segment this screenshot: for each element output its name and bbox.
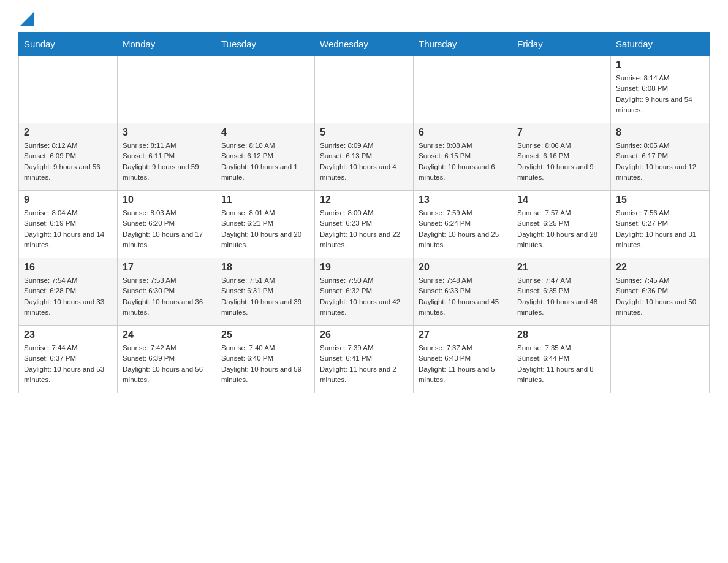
calendar-cell: 12Sunrise: 8:00 AM Sunset: 6:23 PM Dayli… bbox=[315, 191, 414, 258]
calendar-cell bbox=[512, 56, 611, 123]
day-number: 13 bbox=[419, 194, 507, 205]
calendar-body: 1Sunrise: 8:14 AM Sunset: 6:08 PM Daylig… bbox=[19, 56, 710, 393]
day-info: Sunrise: 8:05 AM Sunset: 6:17 PM Dayligh… bbox=[616, 140, 704, 183]
week-row-1: 1Sunrise: 8:14 AM Sunset: 6:08 PM Daylig… bbox=[19, 56, 710, 123]
calendar-cell bbox=[19, 56, 118, 123]
calendar-cell: 18Sunrise: 7:51 AM Sunset: 6:31 PM Dayli… bbox=[216, 258, 315, 326]
week-row-2: 2Sunrise: 8:12 AM Sunset: 6:09 PM Daylig… bbox=[19, 123, 710, 191]
day-number: 9 bbox=[24, 194, 112, 205]
day-info: Sunrise: 7:54 AM Sunset: 6:28 PM Dayligh… bbox=[24, 275, 112, 318]
day-info: Sunrise: 7:48 AM Sunset: 6:33 PM Dayligh… bbox=[419, 275, 507, 318]
day-number: 8 bbox=[616, 127, 704, 138]
calendar-cell bbox=[611, 326, 710, 393]
day-number: 7 bbox=[517, 127, 605, 138]
calendar-table: SundayMondayTuesdayWednesdayThursdayFrid… bbox=[18, 32, 710, 393]
calendar-header: SundayMondayTuesdayWednesdayThursdayFrid… bbox=[19, 33, 710, 56]
day-number: 15 bbox=[616, 194, 704, 205]
day-info: Sunrise: 7:56 AM Sunset: 6:27 PM Dayligh… bbox=[616, 208, 704, 250]
day-info: Sunrise: 7:37 AM Sunset: 6:43 PM Dayligh… bbox=[419, 343, 507, 385]
day-number: 26 bbox=[320, 329, 408, 340]
calendar-cell: 2Sunrise: 8:12 AM Sunset: 6:09 PM Daylig… bbox=[19, 123, 118, 191]
day-number: 16 bbox=[24, 262, 112, 273]
day-info: Sunrise: 8:08 AM Sunset: 6:15 PM Dayligh… bbox=[419, 140, 507, 183]
calendar-cell: 4Sunrise: 8:10 AM Sunset: 6:12 PM Daylig… bbox=[216, 123, 315, 191]
calendar-cell: 8Sunrise: 8:05 AM Sunset: 6:17 PM Daylig… bbox=[611, 123, 710, 191]
day-info: Sunrise: 7:39 AM Sunset: 6:41 PM Dayligh… bbox=[320, 343, 408, 385]
calendar-cell: 16Sunrise: 7:54 AM Sunset: 6:28 PM Dayli… bbox=[19, 258, 118, 326]
day-number: 19 bbox=[320, 262, 408, 273]
header-day-tuesday: Tuesday bbox=[216, 33, 315, 56]
day-info: Sunrise: 7:45 AM Sunset: 6:36 PM Dayligh… bbox=[616, 275, 704, 318]
day-number: 14 bbox=[517, 194, 605, 205]
day-number: 25 bbox=[221, 329, 309, 340]
calendar-cell: 5Sunrise: 8:09 AM Sunset: 6:13 PM Daylig… bbox=[315, 123, 414, 191]
calendar-cell: 6Sunrise: 8:08 AM Sunset: 6:15 PM Daylig… bbox=[414, 123, 512, 191]
header-day-monday: Monday bbox=[118, 33, 216, 56]
day-info: Sunrise: 7:53 AM Sunset: 6:30 PM Dayligh… bbox=[123, 275, 211, 318]
calendar-cell: 3Sunrise: 8:11 AM Sunset: 6:11 PM Daylig… bbox=[118, 123, 216, 191]
calendar-cell bbox=[118, 56, 216, 123]
page-header bbox=[18, 12, 710, 26]
day-number: 18 bbox=[221, 262, 309, 273]
day-number: 22 bbox=[616, 262, 704, 273]
header-day-sunday: Sunday bbox=[19, 33, 118, 56]
day-number: 11 bbox=[221, 194, 309, 205]
calendar-cell: 28Sunrise: 7:35 AM Sunset: 6:44 PM Dayli… bbox=[512, 326, 611, 393]
calendar-cell: 9Sunrise: 8:04 AM Sunset: 6:19 PM Daylig… bbox=[19, 191, 118, 258]
day-info: Sunrise: 8:06 AM Sunset: 6:16 PM Dayligh… bbox=[517, 140, 605, 183]
header-day-saturday: Saturday bbox=[611, 33, 710, 56]
header-row: SundayMondayTuesdayWednesdayThursdayFrid… bbox=[19, 33, 710, 56]
calendar-cell: 19Sunrise: 7:50 AM Sunset: 6:32 PM Dayli… bbox=[315, 258, 414, 326]
logo bbox=[18, 12, 34, 26]
calendar-cell: 13Sunrise: 7:59 AM Sunset: 6:24 PM Dayli… bbox=[414, 191, 512, 258]
day-number: 4 bbox=[221, 127, 309, 138]
header-day-thursday: Thursday bbox=[414, 33, 512, 56]
day-info: Sunrise: 7:42 AM Sunset: 6:39 PM Dayligh… bbox=[123, 343, 211, 385]
calendar-cell: 15Sunrise: 7:56 AM Sunset: 6:27 PM Dayli… bbox=[611, 191, 710, 258]
day-number: 2 bbox=[24, 127, 112, 138]
day-info: Sunrise: 7:51 AM Sunset: 6:31 PM Dayligh… bbox=[221, 275, 309, 318]
day-info: Sunrise: 7:35 AM Sunset: 6:44 PM Dayligh… bbox=[517, 343, 605, 385]
calendar-cell bbox=[216, 56, 315, 123]
day-number: 27 bbox=[419, 329, 507, 340]
day-number: 5 bbox=[320, 127, 408, 138]
day-number: 23 bbox=[24, 329, 112, 340]
header-day-friday: Friday bbox=[512, 33, 611, 56]
day-number: 6 bbox=[419, 127, 507, 138]
calendar-cell: 27Sunrise: 7:37 AM Sunset: 6:43 PM Dayli… bbox=[414, 326, 512, 393]
day-number: 12 bbox=[320, 194, 408, 205]
day-number: 24 bbox=[123, 329, 211, 340]
week-row-4: 16Sunrise: 7:54 AM Sunset: 6:28 PM Dayli… bbox=[19, 258, 710, 326]
day-info: Sunrise: 7:40 AM Sunset: 6:40 PM Dayligh… bbox=[221, 343, 309, 385]
day-info: Sunrise: 8:11 AM Sunset: 6:11 PM Dayligh… bbox=[123, 140, 211, 183]
day-info: Sunrise: 7:57 AM Sunset: 6:25 PM Dayligh… bbox=[517, 208, 605, 250]
day-info: Sunrise: 8:09 AM Sunset: 6:13 PM Dayligh… bbox=[320, 140, 408, 183]
calendar-cell: 11Sunrise: 8:01 AM Sunset: 6:21 PM Dayli… bbox=[216, 191, 315, 258]
day-number: 20 bbox=[419, 262, 507, 273]
day-number: 21 bbox=[517, 262, 605, 273]
header-day-wednesday: Wednesday bbox=[315, 33, 414, 56]
calendar-cell: 14Sunrise: 7:57 AM Sunset: 6:25 PM Dayli… bbox=[512, 191, 611, 258]
day-number: 10 bbox=[123, 194, 211, 205]
calendar-cell: 21Sunrise: 7:47 AM Sunset: 6:35 PM Dayli… bbox=[512, 258, 611, 326]
day-number: 17 bbox=[123, 262, 211, 273]
calendar-cell: 23Sunrise: 7:44 AM Sunset: 6:37 PM Dayli… bbox=[19, 326, 118, 393]
logo-triangle-icon bbox=[20, 12, 34, 26]
calendar-cell bbox=[315, 56, 414, 123]
calendar-cell: 10Sunrise: 8:03 AM Sunset: 6:20 PM Dayli… bbox=[118, 191, 216, 258]
calendar-cell: 22Sunrise: 7:45 AM Sunset: 6:36 PM Dayli… bbox=[611, 258, 710, 326]
day-info: Sunrise: 8:10 AM Sunset: 6:12 PM Dayligh… bbox=[221, 140, 309, 183]
calendar-cell: 17Sunrise: 7:53 AM Sunset: 6:30 PM Dayli… bbox=[118, 258, 216, 326]
calendar-cell: 20Sunrise: 7:48 AM Sunset: 6:33 PM Dayli… bbox=[414, 258, 512, 326]
week-row-5: 23Sunrise: 7:44 AM Sunset: 6:37 PM Dayli… bbox=[19, 326, 710, 393]
calendar-cell: 1Sunrise: 8:14 AM Sunset: 6:08 PM Daylig… bbox=[611, 56, 710, 123]
day-number: 3 bbox=[123, 127, 211, 138]
day-info: Sunrise: 7:47 AM Sunset: 6:35 PM Dayligh… bbox=[517, 275, 605, 318]
week-row-3: 9Sunrise: 8:04 AM Sunset: 6:19 PM Daylig… bbox=[19, 191, 710, 258]
calendar-cell: 7Sunrise: 8:06 AM Sunset: 6:16 PM Daylig… bbox=[512, 123, 611, 191]
day-number: 28 bbox=[517, 329, 605, 340]
day-number: 1 bbox=[616, 59, 704, 71]
day-info: Sunrise: 8:14 AM Sunset: 6:08 PM Dayligh… bbox=[616, 73, 704, 115]
calendar-cell: 26Sunrise: 7:39 AM Sunset: 6:41 PM Dayli… bbox=[315, 326, 414, 393]
day-info: Sunrise: 8:12 AM Sunset: 6:09 PM Dayligh… bbox=[24, 140, 112, 183]
